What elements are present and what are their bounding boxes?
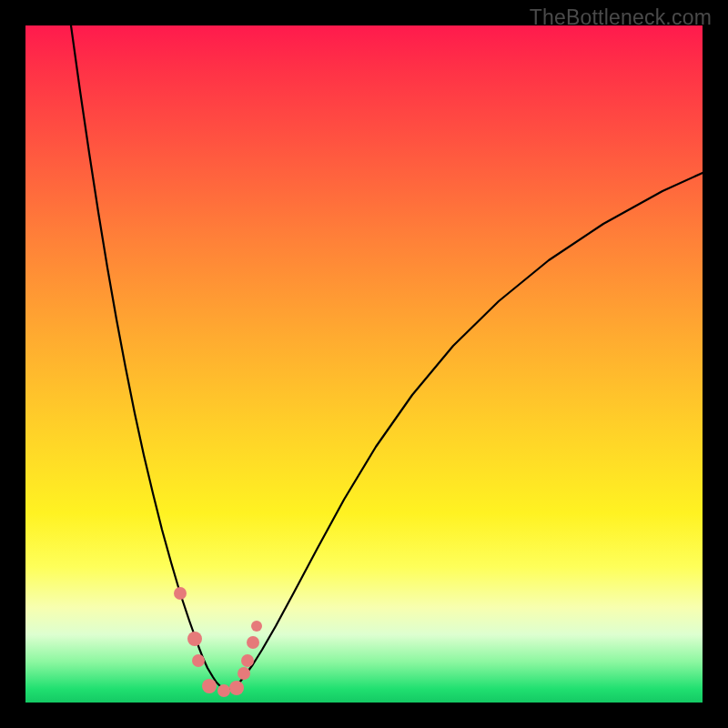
curve-marker [217, 684, 230, 697]
chart-area [25, 25, 703, 703]
curve-marker [241, 654, 254, 667]
curve-markers [174, 587, 262, 697]
curve-marker [247, 636, 259, 649]
curve-marker [251, 621, 262, 632]
curve-marker [174, 587, 187, 600]
curve-marker [192, 654, 205, 667]
bottleneck-curve [71, 25, 703, 689]
curve-marker [187, 632, 202, 646]
curve-marker [202, 679, 217, 693]
attribution-watermark: TheBottleneck.com [530, 5, 712, 30]
bottleneck-curve-plot [25, 25, 703, 703]
curve-marker [229, 681, 244, 695]
curve-marker [238, 667, 250, 680]
